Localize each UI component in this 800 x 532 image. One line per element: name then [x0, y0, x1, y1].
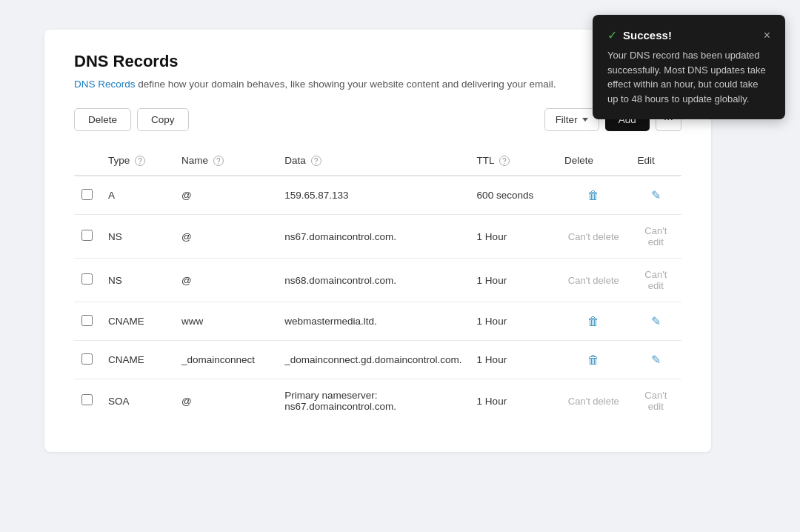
- copy-button[interactable]: Copy: [137, 108, 189, 131]
- chevron-down-icon: [582, 118, 588, 122]
- filter-button[interactable]: Filter: [544, 108, 599, 131]
- row-checkbox[interactable]: [81, 315, 93, 326]
- table-header: Type ? Name ? Data ? TTL ? De: [74, 149, 681, 176]
- row-ttl: 1 Hour: [470, 215, 557, 259]
- table-row: CNAME_domainconnect_domainconnect.gd.dom…: [74, 341, 681, 379]
- delete-row-button[interactable]: 🗑: [584, 313, 602, 330]
- row-checkbox-cell: [74, 259, 101, 302]
- delete-row-button[interactable]: 🗑: [584, 187, 602, 204]
- row-edit-cell: ✎: [630, 302, 681, 341]
- table-row: CNAMEwwwwebmastermedia.ltd.1 Hour🗑✎: [74, 302, 681, 341]
- toast-close-button[interactable]: ×: [764, 30, 770, 41]
- cant-delete-label: Can't delete: [568, 275, 619, 286]
- row-data: ns67.domaincontrol.com.: [277, 215, 469, 259]
- ttl-label: TTL: [477, 155, 495, 166]
- row-checkbox[interactable]: [81, 353, 93, 365]
- edit-row-button[interactable]: ✎: [648, 313, 664, 330]
- row-checkbox[interactable]: [81, 394, 93, 405]
- row-checkbox-cell: [74, 379, 101, 423]
- row-edit-cell: Can't edit: [630, 259, 681, 302]
- data-info-icon[interactable]: ?: [311, 156, 321, 166]
- row-data: 159.65.87.133: [277, 176, 469, 215]
- filter-label: Filter: [556, 114, 578, 125]
- toolbar: Delete Copy Filter Add ···: [74, 107, 681, 131]
- check-icon: ✓: [607, 28, 617, 42]
- cant-delete-label: Can't delete: [568, 396, 619, 407]
- cant-edit-label: Can't edit: [644, 269, 667, 291]
- toast-title-row: ✓ Success!: [607, 28, 672, 42]
- header-data: Data ?: [277, 149, 469, 176]
- row-type: CNAME: [101, 302, 174, 341]
- row-checkbox[interactable]: [81, 273, 93, 285]
- row-edit-cell: Can't edit: [630, 215, 681, 259]
- dns-table: Type ? Name ? Data ? TTL ? De: [74, 149, 681, 422]
- row-ttl: 600 seconds: [470, 176, 557, 215]
- row-delete-cell: 🗑: [557, 176, 630, 215]
- row-delete-cell: 🗑: [557, 302, 630, 341]
- row-name: @: [174, 215, 277, 259]
- table-body: A@159.65.87.133600 seconds🗑✎NS@ns67.doma…: [74, 176, 681, 422]
- row-ttl: 1 Hour: [470, 379, 557, 423]
- row-checkbox-cell: [74, 176, 101, 215]
- header-name: Name ?: [174, 149, 277, 176]
- cant-delete-label: Can't delete: [568, 231, 619, 242]
- table-row: NS@ns68.domaincontrol.com.1 HourCan't de…: [74, 259, 681, 302]
- toast-title: Success!: [623, 29, 672, 41]
- row-ttl: 1 Hour: [470, 302, 557, 341]
- row-name: @: [174, 379, 277, 423]
- row-delete-cell: Can't delete: [557, 215, 630, 259]
- edit-row-button[interactable]: ✎: [648, 187, 664, 204]
- row-edit-cell: ✎: [630, 341, 681, 379]
- name-info-icon[interactable]: ?: [213, 156, 224, 166]
- header-checkbox-col: [74, 149, 101, 176]
- row-checkbox-cell: [74, 215, 101, 259]
- row-checkbox-cell: [74, 341, 101, 379]
- row-delete-cell: Can't delete: [557, 259, 630, 302]
- row-type: SOA: [101, 379, 174, 423]
- row-data: _domainconnect.gd.domaincontrol.com.: [277, 341, 469, 379]
- header-ttl: TTL ?: [470, 149, 557, 176]
- delete-row-button[interactable]: 🗑: [584, 352, 602, 368]
- row-name: @: [174, 176, 277, 215]
- header-type: Type ?: [101, 149, 174, 176]
- row-type: NS: [101, 215, 174, 259]
- type-info-icon[interactable]: ?: [135, 156, 145, 166]
- row-edit-cell: Can't edit: [630, 379, 681, 423]
- toast-header: ✓ Success! ×: [607, 28, 770, 42]
- row-edit-cell: ✎: [630, 176, 681, 215]
- row-checkbox[interactable]: [81, 189, 93, 200]
- row-ttl: 1 Hour: [470, 341, 557, 379]
- row-checkbox-cell: [74, 302, 101, 341]
- header-row: Type ? Name ? Data ? TTL ? De: [74, 149, 681, 176]
- header-edit: Edit: [630, 149, 681, 176]
- page-title: DNS Records: [74, 52, 681, 71]
- row-name: @: [174, 259, 277, 302]
- name-label: Name: [181, 155, 208, 166]
- dns-records-link[interactable]: DNS Records: [74, 79, 136, 90]
- description-text: define how your domain behaves, like sho…: [136, 79, 556, 90]
- table-row: A@159.65.87.133600 seconds🗑✎: [74, 176, 681, 215]
- type-label: Type: [108, 155, 130, 166]
- cant-edit-label: Can't edit: [644, 390, 667, 412]
- row-type: A: [101, 176, 174, 215]
- table-row: NS@ns67.domaincontrol.com.1 HourCan't de…: [74, 215, 681, 259]
- row-delete-cell: Can't delete: [557, 379, 630, 423]
- row-data: ns68.domaincontrol.com.: [277, 259, 469, 302]
- toast-notification: ✓ Success! × Your DNS record has been up…: [593, 15, 785, 119]
- table-row: SOA@Primary nameserver: ns67.domaincontr…: [74, 379, 681, 423]
- toast-body: Your DNS record has been updated success…: [607, 48, 770, 106]
- row-type: CNAME: [101, 341, 174, 379]
- row-name: _domainconnect: [174, 341, 277, 379]
- edit-row-button[interactable]: ✎: [648, 351, 664, 368]
- cant-edit-label: Can't edit: [644, 225, 667, 247]
- page-description: DNS Records define how your domain behav…: [74, 79, 681, 90]
- row-checkbox[interactable]: [81, 230, 93, 241]
- row-data: Primary nameserver: ns67.domaincontrol.c…: [277, 379, 469, 423]
- data-label: Data: [284, 155, 306, 166]
- row-delete-cell: 🗑: [557, 341, 630, 379]
- delete-button[interactable]: Delete: [74, 108, 131, 131]
- row-ttl: 1 Hour: [470, 259, 557, 302]
- ttl-info-icon[interactable]: ?: [499, 156, 510, 166]
- row-type: NS: [101, 259, 174, 302]
- row-data: webmastermedia.ltd.: [277, 302, 469, 341]
